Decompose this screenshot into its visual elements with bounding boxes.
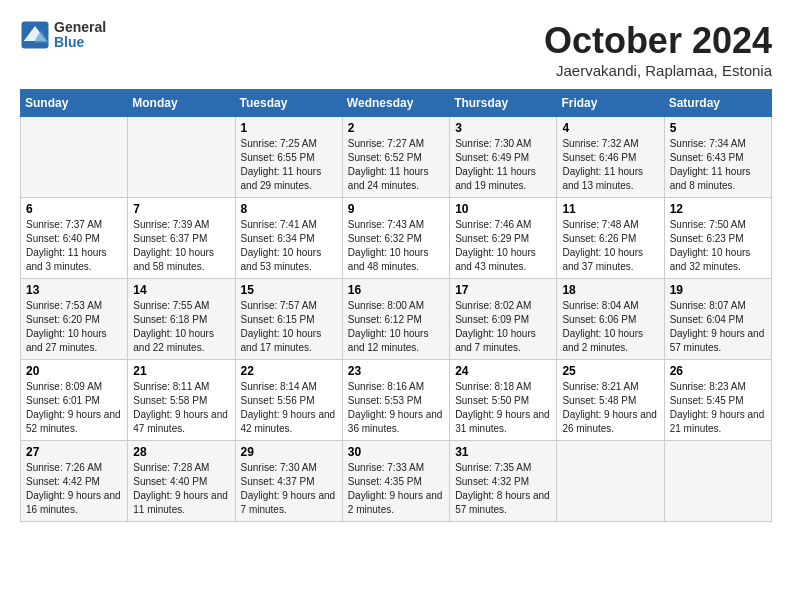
table-row: 10Sunrise: 7:46 AMSunset: 6:29 PMDayligh… xyxy=(450,198,557,279)
header-tuesday: Tuesday xyxy=(235,90,342,117)
day-number: 11 xyxy=(562,202,658,216)
day-info: Sunrise: 8:04 AMSunset: 6:06 PMDaylight:… xyxy=(562,299,658,355)
table-row: 1Sunrise: 7:25 AMSunset: 6:55 PMDaylight… xyxy=(235,117,342,198)
day-number: 26 xyxy=(670,364,766,378)
day-number: 18 xyxy=(562,283,658,297)
table-row: 12Sunrise: 7:50 AMSunset: 6:23 PMDayligh… xyxy=(664,198,771,279)
day-info: Sunrise: 8:18 AMSunset: 5:50 PMDaylight:… xyxy=(455,380,551,436)
calendar-table: Sunday Monday Tuesday Wednesday Thursday… xyxy=(20,89,772,522)
day-number: 17 xyxy=(455,283,551,297)
logo: General Blue xyxy=(20,20,106,51)
logo-text: General Blue xyxy=(54,20,106,51)
day-info: Sunrise: 7:53 AMSunset: 6:20 PMDaylight:… xyxy=(26,299,122,355)
day-number: 29 xyxy=(241,445,337,459)
table-row: 3Sunrise: 7:30 AMSunset: 6:49 PMDaylight… xyxy=(450,117,557,198)
table-row xyxy=(128,117,235,198)
day-number: 3 xyxy=(455,121,551,135)
calendar-header: Sunday Monday Tuesday Wednesday Thursday… xyxy=(21,90,772,117)
table-row: 7Sunrise: 7:39 AMSunset: 6:37 PMDaylight… xyxy=(128,198,235,279)
day-number: 25 xyxy=(562,364,658,378)
day-number: 23 xyxy=(348,364,444,378)
day-number: 19 xyxy=(670,283,766,297)
table-row: 13Sunrise: 7:53 AMSunset: 6:20 PMDayligh… xyxy=(21,279,128,360)
table-row: 4Sunrise: 7:32 AMSunset: 6:46 PMDaylight… xyxy=(557,117,664,198)
day-number: 21 xyxy=(133,364,229,378)
day-info: Sunrise: 7:30 AMSunset: 4:37 PMDaylight:… xyxy=(241,461,337,517)
table-row xyxy=(21,117,128,198)
table-row xyxy=(557,441,664,522)
day-number: 22 xyxy=(241,364,337,378)
day-number: 2 xyxy=(348,121,444,135)
page-header: General Blue October 2024 Jaervakandi, R… xyxy=(20,20,772,79)
table-row: 15Sunrise: 7:57 AMSunset: 6:15 PMDayligh… xyxy=(235,279,342,360)
day-info: Sunrise: 7:46 AMSunset: 6:29 PMDaylight:… xyxy=(455,218,551,274)
table-row: 16Sunrise: 8:00 AMSunset: 6:12 PMDayligh… xyxy=(342,279,449,360)
day-info: Sunrise: 8:14 AMSunset: 5:56 PMDaylight:… xyxy=(241,380,337,436)
title-block: October 2024 Jaervakandi, Raplamaa, Esto… xyxy=(544,20,772,79)
day-number: 14 xyxy=(133,283,229,297)
table-row: 29Sunrise: 7:30 AMSunset: 4:37 PMDayligh… xyxy=(235,441,342,522)
calendar-body: 1Sunrise: 7:25 AMSunset: 6:55 PMDaylight… xyxy=(21,117,772,522)
day-info: Sunrise: 7:48 AMSunset: 6:26 PMDaylight:… xyxy=(562,218,658,274)
day-number: 10 xyxy=(455,202,551,216)
header-sunday: Sunday xyxy=(21,90,128,117)
table-row xyxy=(664,441,771,522)
header-thursday: Thursday xyxy=(450,90,557,117)
table-row: 20Sunrise: 8:09 AMSunset: 6:01 PMDayligh… xyxy=(21,360,128,441)
table-row: 31Sunrise: 7:35 AMSunset: 4:32 PMDayligh… xyxy=(450,441,557,522)
day-info: Sunrise: 7:35 AMSunset: 4:32 PMDaylight:… xyxy=(455,461,551,517)
day-info: Sunrise: 7:37 AMSunset: 6:40 PMDaylight:… xyxy=(26,218,122,274)
table-row: 22Sunrise: 8:14 AMSunset: 5:56 PMDayligh… xyxy=(235,360,342,441)
day-info: Sunrise: 8:02 AMSunset: 6:09 PMDaylight:… xyxy=(455,299,551,355)
header-friday: Friday xyxy=(557,90,664,117)
day-info: Sunrise: 7:34 AMSunset: 6:43 PMDaylight:… xyxy=(670,137,766,193)
day-info: Sunrise: 8:09 AMSunset: 6:01 PMDaylight:… xyxy=(26,380,122,436)
table-row: 30Sunrise: 7:33 AMSunset: 4:35 PMDayligh… xyxy=(342,441,449,522)
day-number: 20 xyxy=(26,364,122,378)
month-title: October 2024 xyxy=(544,20,772,62)
table-row: 18Sunrise: 8:04 AMSunset: 6:06 PMDayligh… xyxy=(557,279,664,360)
table-row: 21Sunrise: 8:11 AMSunset: 5:58 PMDayligh… xyxy=(128,360,235,441)
table-row: 28Sunrise: 7:28 AMSunset: 4:40 PMDayligh… xyxy=(128,441,235,522)
day-info: Sunrise: 7:27 AMSunset: 6:52 PMDaylight:… xyxy=(348,137,444,193)
day-info: Sunrise: 7:26 AMSunset: 4:42 PMDaylight:… xyxy=(26,461,122,517)
day-number: 5 xyxy=(670,121,766,135)
day-number: 16 xyxy=(348,283,444,297)
table-row: 17Sunrise: 8:02 AMSunset: 6:09 PMDayligh… xyxy=(450,279,557,360)
day-number: 28 xyxy=(133,445,229,459)
day-info: Sunrise: 7:33 AMSunset: 4:35 PMDaylight:… xyxy=(348,461,444,517)
header-monday: Monday xyxy=(128,90,235,117)
day-info: Sunrise: 8:23 AMSunset: 5:45 PMDaylight:… xyxy=(670,380,766,436)
day-info: Sunrise: 8:21 AMSunset: 5:48 PMDaylight:… xyxy=(562,380,658,436)
table-row: 24Sunrise: 8:18 AMSunset: 5:50 PMDayligh… xyxy=(450,360,557,441)
day-info: Sunrise: 7:57 AMSunset: 6:15 PMDaylight:… xyxy=(241,299,337,355)
table-row: 9Sunrise: 7:43 AMSunset: 6:32 PMDaylight… xyxy=(342,198,449,279)
table-row: 11Sunrise: 7:48 AMSunset: 6:26 PMDayligh… xyxy=(557,198,664,279)
table-row: 5Sunrise: 7:34 AMSunset: 6:43 PMDaylight… xyxy=(664,117,771,198)
day-number: 4 xyxy=(562,121,658,135)
day-info: Sunrise: 8:00 AMSunset: 6:12 PMDaylight:… xyxy=(348,299,444,355)
table-row: 23Sunrise: 8:16 AMSunset: 5:53 PMDayligh… xyxy=(342,360,449,441)
day-info: Sunrise: 8:11 AMSunset: 5:58 PMDaylight:… xyxy=(133,380,229,436)
day-info: Sunrise: 7:32 AMSunset: 6:46 PMDaylight:… xyxy=(562,137,658,193)
day-number: 1 xyxy=(241,121,337,135)
table-row: 27Sunrise: 7:26 AMSunset: 4:42 PMDayligh… xyxy=(21,441,128,522)
day-number: 13 xyxy=(26,283,122,297)
table-row: 14Sunrise: 7:55 AMSunset: 6:18 PMDayligh… xyxy=(128,279,235,360)
day-number: 15 xyxy=(241,283,337,297)
day-number: 31 xyxy=(455,445,551,459)
day-number: 6 xyxy=(26,202,122,216)
day-info: Sunrise: 7:25 AMSunset: 6:55 PMDaylight:… xyxy=(241,137,337,193)
day-info: Sunrise: 7:30 AMSunset: 6:49 PMDaylight:… xyxy=(455,137,551,193)
day-info: Sunrise: 7:50 AMSunset: 6:23 PMDaylight:… xyxy=(670,218,766,274)
table-row: 26Sunrise: 8:23 AMSunset: 5:45 PMDayligh… xyxy=(664,360,771,441)
logo-general: General xyxy=(54,20,106,35)
location-subtitle: Jaervakandi, Raplamaa, Estonia xyxy=(544,62,772,79)
day-number: 7 xyxy=(133,202,229,216)
day-number: 24 xyxy=(455,364,551,378)
day-info: Sunrise: 7:43 AMSunset: 6:32 PMDaylight:… xyxy=(348,218,444,274)
header-wednesday: Wednesday xyxy=(342,90,449,117)
table-row: 25Sunrise: 8:21 AMSunset: 5:48 PMDayligh… xyxy=(557,360,664,441)
day-info: Sunrise: 8:16 AMSunset: 5:53 PMDaylight:… xyxy=(348,380,444,436)
day-number: 9 xyxy=(348,202,444,216)
